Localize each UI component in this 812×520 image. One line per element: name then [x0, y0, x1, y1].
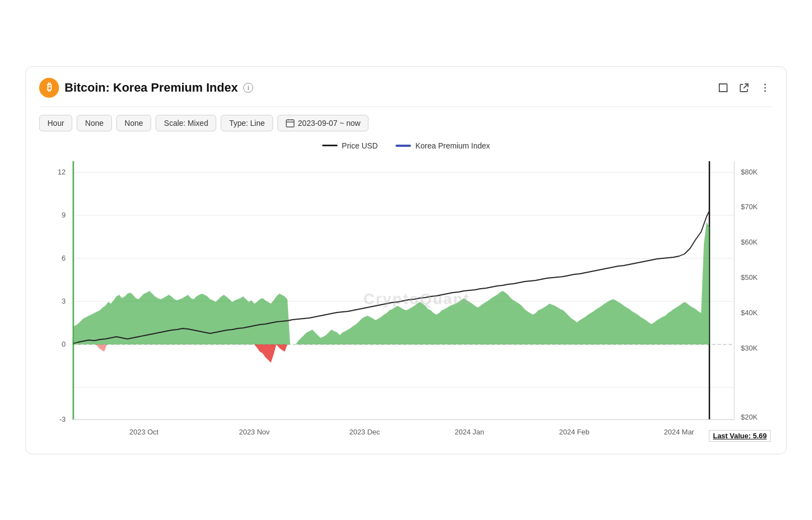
info-icon[interactable]: i [243, 83, 253, 93]
svg-text:2023 Dec: 2023 Dec [349, 428, 380, 436]
date-range-label: 2023-09-07 ~ now [298, 119, 360, 128]
filter2-button[interactable]: None [116, 115, 151, 131]
fullscreen-button[interactable] [715, 80, 731, 95]
svg-text:$60K: $60K [741, 238, 758, 246]
svg-rect-4 [286, 120, 294, 127]
date-range-button[interactable]: 2023-09-07 ~ now [277, 115, 368, 131]
svg-text:2024 Jan: 2024 Jan [455, 428, 484, 436]
svg-text:2024 Mar: 2024 Mar [664, 428, 695, 436]
legend-price-usd: Price USD [322, 141, 378, 150]
svg-text:2023 Nov: 2023 Nov [239, 428, 270, 436]
legend-kpi: Korea Premium Index [396, 141, 490, 150]
scale-button[interactable]: Scale: Mixed [156, 115, 216, 131]
svg-text:-3: -3 [59, 415, 66, 423]
svg-text:$40K: $40K [741, 309, 758, 317]
svg-text:2024 Feb: 2024 Feb [559, 428, 590, 436]
svg-text:$20K: $20K [741, 413, 758, 421]
interval-button[interactable]: Hour [39, 115, 72, 131]
legend-kpi-label: Korea Premium Index [415, 141, 490, 150]
svg-text:3: 3 [62, 297, 66, 305]
chart-title: Bitcoin: Korea Premium Index [65, 81, 238, 95]
chart-area: CryptoQuant 12 9 6 3 0 -3 $80 [39, 156, 773, 443]
svg-text:$50K: $50K [741, 273, 758, 282]
svg-point-2 [765, 87, 766, 88]
toolbar: Hour None None Scale: Mixed Type: Line 2… [39, 115, 773, 131]
more-options-button[interactable] [757, 80, 773, 95]
filter1-button[interactable]: None [77, 115, 111, 131]
last-value-label: Last Value: 5.69 [709, 430, 771, 442]
svg-text:9: 9 [62, 211, 66, 219]
svg-text:2023 Oct: 2023 Oct [130, 428, 159, 436]
header-right [715, 80, 773, 95]
btc-icon: ₿ [39, 78, 59, 98]
svg-text:0: 0 [62, 340, 66, 348]
svg-point-3 [765, 90, 766, 92]
header-divider [39, 107, 773, 107]
legend-price-label: Price USD [342, 141, 378, 150]
svg-text:6: 6 [62, 254, 66, 262]
svg-text:$70K: $70K [741, 203, 758, 211]
type-button[interactable]: Type: Line [221, 115, 273, 131]
svg-text:12: 12 [58, 168, 66, 176]
legend-kpi-line [396, 145, 411, 147]
chart-header: ₿ Bitcoin: Korea Premium Index i [39, 78, 773, 98]
external-link-button[interactable] [736, 80, 752, 95]
svg-text:$30K: $30K [741, 344, 758, 352]
legend-price-line [322, 145, 338, 146]
header-left: ₿ Bitcoin: Korea Premium Index i [39, 78, 253, 98]
svg-text:$80K: $80K [741, 168, 758, 176]
chart-svg: 12 9 6 3 0 -3 $80K $70K $60K $50K $40K $… [39, 156, 773, 443]
svg-point-1 [765, 83, 766, 85]
svg-rect-5 [72, 161, 734, 421]
chart-container: ₿ Bitcoin: Korea Premium Index i [25, 66, 787, 454]
calendar-icon [286, 119, 295, 128]
chart-legend: Price USD Korea Premium Index [39, 141, 773, 150]
svg-rect-0 [719, 84, 727, 92]
